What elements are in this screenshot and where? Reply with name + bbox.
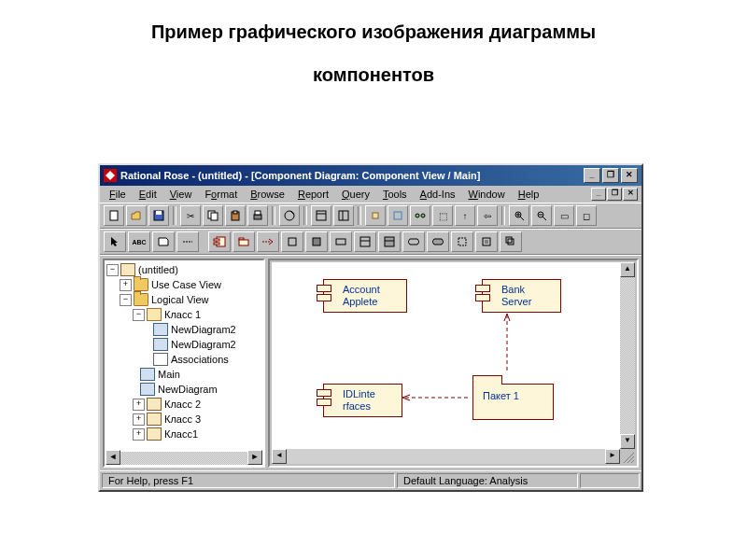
close-button[interactable]: ✕ bbox=[621, 168, 638, 183]
mdi-close-button[interactable]: ✕ bbox=[623, 188, 638, 201]
task-spec-tool[interactable] bbox=[402, 231, 425, 252]
menu-file[interactable]: File bbox=[104, 188, 132, 201]
titlebar: Rational Rose - (untitled) - [Component … bbox=[100, 165, 641, 186]
mdi-restore-button[interactable]: ❐ bbox=[607, 188, 622, 201]
folder-open-icon bbox=[147, 308, 162, 321]
pointer-tool[interactable] bbox=[104, 231, 126, 252]
diagram-canvas[interactable]: Account Applete Bank Server IDLinte rfac… bbox=[272, 262, 620, 449]
tree-scroll-right[interactable]: ► bbox=[247, 450, 262, 465]
menu-help[interactable]: Help bbox=[513, 188, 545, 201]
folder-icon bbox=[134, 293, 148, 306]
tree-class3[interactable]: +Класс 3 bbox=[105, 412, 263, 427]
diagram-area: Account Applete Bank Server IDLinte rfac… bbox=[268, 259, 639, 468]
note-tool[interactable] bbox=[152, 231, 175, 252]
tree-class1[interactable]: −Класс 1 bbox=[105, 307, 263, 322]
zoom-out-button[interactable] bbox=[531, 205, 552, 226]
print-button[interactable] bbox=[247, 205, 268, 226]
generic-subprogram-tool[interactable] bbox=[451, 231, 473, 252]
svg-marker-2 bbox=[132, 212, 140, 219]
generic-package-tool[interactable] bbox=[475, 231, 498, 252]
anchor-tool[interactable] bbox=[176, 231, 199, 252]
paste-button[interactable] bbox=[225, 205, 246, 226]
slide-title-line2: компонентов bbox=[37, 62, 710, 88]
open-button[interactable] bbox=[126, 205, 147, 226]
diagram-toolbox: ABC bbox=[100, 229, 641, 255]
component-account-applete[interactable]: Account Applete bbox=[323, 279, 407, 313]
menu-view[interactable]: View bbox=[164, 188, 198, 201]
tree-scroll-left[interactable]: ◄ bbox=[106, 450, 120, 465]
maximize-button[interactable]: ❐ bbox=[602, 168, 619, 183]
view-browser-button[interactable] bbox=[311, 205, 331, 226]
tree-associations[interactable]: Associations bbox=[105, 352, 263, 367]
task-body-tool[interactable] bbox=[427, 231, 449, 252]
subprogram-spec-tool[interactable] bbox=[281, 231, 303, 252]
menu-addins[interactable]: Add-Ins bbox=[415, 188, 461, 201]
database-tool[interactable] bbox=[500, 231, 522, 252]
minimize-button[interactable]: _ bbox=[584, 168, 600, 183]
subprogram-body-tool[interactable] bbox=[305, 231, 328, 252]
tree-class1b[interactable]: +Класс1 bbox=[105, 427, 263, 441]
tree-class2[interactable]: +Класс 2 bbox=[105, 397, 263, 412]
diagram-hscroll[interactable]: ◄ ► bbox=[272, 449, 620, 464]
svg-line-26 bbox=[543, 217, 546, 220]
zoom-fit-button[interactable]: ▭ bbox=[554, 205, 574, 226]
tree-newdiag1[interactable]: NewDiagram2 bbox=[105, 322, 263, 337]
browse-use-case-button[interactable] bbox=[388, 205, 408, 226]
menu-edit[interactable]: Edit bbox=[134, 188, 162, 201]
browse-class-button[interactable] bbox=[365, 205, 386, 226]
menu-format[interactable]: Format bbox=[199, 188, 243, 201]
svg-rect-18 bbox=[394, 212, 402, 219]
svg-rect-17 bbox=[373, 213, 378, 218]
undo-fit-button[interactable]: ◻ bbox=[576, 205, 597, 226]
svg-rect-35 bbox=[239, 240, 248, 245]
browser-tree[interactable]: −(untitled) +Use Case View −Logical View… bbox=[103, 259, 265, 468]
menu-tools[interactable]: Tools bbox=[377, 188, 413, 201]
menu-window[interactable]: Window bbox=[463, 188, 511, 201]
cut-button[interactable]: ✂ bbox=[180, 205, 201, 226]
menu-report[interactable]: Report bbox=[292, 188, 334, 201]
tree-main[interactable]: Main bbox=[105, 367, 263, 382]
resize-grip[interactable] bbox=[620, 449, 635, 464]
browse-prev-button[interactable]: ⇦ bbox=[477, 205, 498, 226]
scroll-right-button[interactable]: ► bbox=[605, 449, 620, 464]
scroll-down-button[interactable]: ▼ bbox=[620, 434, 635, 449]
zoom-in-button[interactable] bbox=[509, 205, 529, 226]
scroll-up-button[interactable]: ▲ bbox=[620, 262, 635, 277]
tree-logical-view[interactable]: −Logical View bbox=[105, 292, 263, 307]
help-button[interactable] bbox=[279, 205, 300, 226]
package-tool[interactable] bbox=[233, 231, 255, 252]
package-paket1[interactable]: Пакет 1 bbox=[472, 384, 554, 420]
main-program-tool[interactable] bbox=[330, 231, 352, 252]
svg-rect-32 bbox=[214, 239, 219, 241]
component-bank-server[interactable]: Bank Server bbox=[482, 279, 561, 313]
tree-use-case-view[interactable]: +Use Case View bbox=[105, 277, 263, 292]
standard-toolbar: ✂ ⬚ ↑ ⇦ ▭ ◻ bbox=[100, 203, 641, 229]
save-button[interactable] bbox=[148, 205, 169, 226]
package-spec-tool[interactable] bbox=[354, 231, 376, 252]
svg-rect-1 bbox=[110, 211, 118, 220]
view-doc-button[interactable] bbox=[333, 205, 354, 226]
new-button[interactable] bbox=[104, 205, 124, 226]
status-extra bbox=[580, 473, 640, 488]
tree-newdiagram[interactable]: NewDiagram bbox=[105, 382, 263, 397]
text-tool[interactable]: ABC bbox=[128, 231, 150, 252]
browse-deployment-button[interactable]: ⬚ bbox=[432, 205, 453, 226]
scroll-left-button[interactable]: ◄ bbox=[272, 449, 287, 464]
tree-root[interactable]: −(untitled) bbox=[105, 262, 263, 277]
diagram-vscroll[interactable]: ▲ ▼ bbox=[620, 262, 635, 449]
package-body-tool[interactable] bbox=[378, 231, 401, 252]
svg-rect-13 bbox=[317, 211, 326, 220]
svg-rect-39 bbox=[336, 239, 345, 245]
component-tool[interactable] bbox=[208, 231, 231, 252]
mdi-minimize-button[interactable]: _ bbox=[591, 188, 606, 201]
tree-newdiag2[interactable]: NewDiagram2 bbox=[105, 337, 263, 352]
svg-marker-28 bbox=[111, 237, 118, 246]
browse-parent-button[interactable]: ↑ bbox=[455, 205, 475, 226]
tree-scroll-track[interactable] bbox=[120, 452, 247, 465]
menu-query[interactable]: Query bbox=[336, 188, 375, 201]
copy-button[interactable] bbox=[203, 205, 223, 226]
menu-browse[interactable]: Browse bbox=[245, 188, 290, 201]
browse-component-button[interactable] bbox=[410, 205, 430, 226]
dependency-tool[interactable] bbox=[257, 231, 279, 252]
component-idl-interfaces[interactable]: IDLinte rfaces bbox=[323, 384, 402, 417]
